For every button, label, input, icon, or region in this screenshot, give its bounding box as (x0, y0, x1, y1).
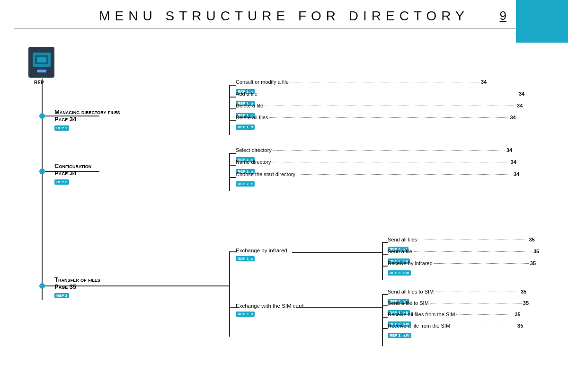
section1-tag: REP 1 (54, 125, 69, 131)
hline-sec3b-i4 (382, 328, 388, 329)
hline-sec3a-i1 (382, 242, 388, 243)
hline-sec2-item1 (229, 153, 236, 154)
hline-sec3a-i2 (382, 254, 388, 255)
sec2-item3: Choose the start directory 34 REP 2. c (236, 171, 519, 191)
sec3a-item3: Receive by infrared 35 REP 3. a.III (388, 260, 536, 280)
section2-title: Configuration (54, 162, 91, 169)
dot-sec1 (39, 113, 45, 119)
page-number: 9 (500, 9, 506, 23)
main-content: REP Managing directory files Page 34 REP… (0, 34, 568, 374)
hline-sec3-to-sub (99, 285, 229, 286)
hline-sec2-item2 (229, 165, 236, 166)
sec3b-label: Exchange with the SIM card REP 3. b (236, 303, 303, 317)
device-screen (33, 53, 51, 67)
section3-title: Transfer of files (54, 276, 100, 283)
dot-sec2 (39, 169, 45, 174)
hline-sec3b-i2 (382, 305, 388, 306)
sec3b-item4: Receive a file from the SIM 35 REP 3. b.… (388, 323, 523, 342)
hline-sec1-item1 (229, 85, 236, 86)
section3-page: Page 35 (54, 283, 100, 290)
section2-label: Configuration Page 34 REP 2 (54, 162, 91, 185)
page-header: MENU STRUCTURE FOR DIRECTORY 9 (0, 0, 568, 28)
sec3a-label: Exchange by infrared REP 3. a (236, 248, 287, 262)
hline-sec1-item3 (229, 108, 236, 109)
device-icon (28, 47, 54, 78)
hline-sec3b-i3 (382, 317, 388, 318)
hline-sec3a-right (292, 252, 382, 253)
section3-tag: REP 3 (54, 293, 69, 298)
right-vline-sec3b (382, 294, 383, 346)
section2-page: Page 34 (54, 169, 91, 177)
section3-label: Transfer of files Page 35 REP 3 (54, 276, 100, 299)
sec1-item4: Delete all files 34 REP 1. d (236, 115, 516, 134)
dot-sec3 (39, 283, 45, 289)
hline-sec1-item2 (229, 97, 236, 98)
section2-tag: REP 2 (54, 179, 69, 185)
page-title: MENU STRUCTURE FOR DIRECTORY (99, 9, 469, 24)
hline-sec3b-right (296, 307, 382, 308)
sec3-sub-vline (229, 251, 230, 337)
hline-sec1-item4 (229, 120, 236, 121)
hline-sec3a (229, 251, 236, 252)
right-vline-sec2 (229, 153, 230, 191)
right-vline-sec1 (229, 85, 230, 135)
hline-sec3b-i1 (382, 294, 388, 295)
trunk-line (42, 79, 43, 300)
section1-page: Page 34 (54, 116, 120, 123)
header-divider (14, 28, 554, 29)
section1-title: Managing directory files (54, 108, 120, 116)
hline-sec3a-i3 (382, 266, 388, 267)
section1-label: Managing directory files Page 34 REP 1 (54, 108, 120, 131)
hline-sec2-item3 (229, 177, 236, 178)
hline-sec3b (229, 307, 236, 308)
right-vline-sec3a (382, 242, 383, 280)
